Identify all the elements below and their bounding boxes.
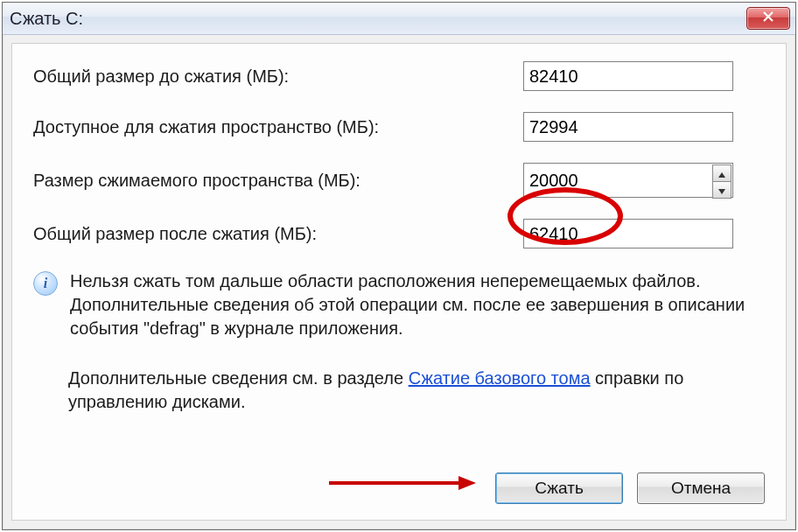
- info-block: i Нельзя сжать том дальше области распол…: [33, 270, 765, 340]
- row-available: Доступное для сжатия пространство (МБ): …: [33, 112, 765, 142]
- value-total-before: 82410: [523, 61, 733, 91]
- info-text: Нельзя сжать том дальше области располож…: [70, 270, 765, 340]
- label-total-after: Общий размер после сжатия (МБ):: [33, 224, 523, 244]
- label-available: Доступное для сжатия пространство (МБ):: [33, 117, 523, 137]
- value-available: 72994: [523, 112, 733, 142]
- dialog-client-area: Общий размер до сжатия (МБ): 82410 Досту…: [11, 43, 787, 521]
- shrink-amount-input[interactable]: 20000: [523, 163, 733, 198]
- spinner-up-button[interactable]: [712, 164, 732, 182]
- titlebar: Сжать C:: [3, 3, 795, 35]
- close-button[interactable]: [746, 7, 790, 30]
- help-prefix: Дополнительные сведения см. в разделе: [68, 368, 409, 388]
- dialog-button-row: Сжать Отмена: [495, 472, 765, 504]
- chevron-up-icon: [718, 165, 725, 181]
- shrink-button[interactable]: Сжать: [495, 472, 623, 504]
- row-shrink-amount: Размер сжимаемого пространства (МБ): 200…: [33, 163, 765, 198]
- cancel-button[interactable]: Отмена: [637, 472, 765, 504]
- row-total-after: Общий размер после сжатия (МБ): 62410: [33, 219, 765, 248]
- spinner-buttons: [712, 164, 732, 196]
- chevron-down-icon: [718, 182, 725, 198]
- annotation-red-arrow: [327, 472, 476, 497]
- help-link[interactable]: Сжатие базового тома: [409, 368, 591, 388]
- value-total-after: 62410: [523, 219, 733, 248]
- row-total-before: Общий размер до сжатия (МБ): 82410: [33, 61, 765, 91]
- dialog-window: Сжать C: Общий размер до сжатия (МБ): 82…: [2, 2, 796, 530]
- help-block: Дополнительные сведения см. в разделе Сж…: [68, 367, 765, 414]
- label-total-before: Общий размер до сжатия (МБ):: [33, 66, 523, 87]
- info-icon: i: [33, 271, 58, 296]
- close-icon: [762, 10, 774, 26]
- window-title: Сжать C:: [10, 9, 83, 29]
- label-shrink-amount: Размер сжимаемого пространства (МБ):: [33, 171, 523, 191]
- spinner-down-button[interactable]: [712, 182, 732, 199]
- shrink-amount-spinner[interactable]: 20000: [523, 163, 733, 198]
- svg-marker-1: [458, 476, 476, 490]
